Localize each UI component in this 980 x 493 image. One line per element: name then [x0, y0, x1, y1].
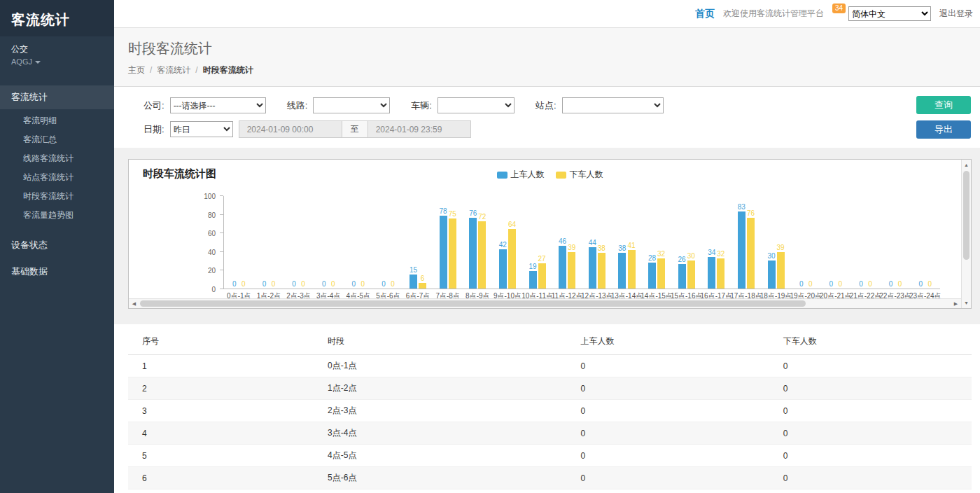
bar-column: 30	[767, 252, 775, 289]
bar-pair: 3039	[767, 244, 784, 289]
breadcrumb-item[interactable]: 主页	[128, 65, 145, 75]
bar-value-label: 0	[331, 280, 335, 288]
legend-item[interactable]: 上车人数	[497, 169, 545, 181]
table-row[interactable]: 10点-1点00	[128, 355, 972, 377]
bar-value-label: 0	[830, 280, 834, 288]
legend-swatch	[497, 172, 507, 179]
table-row[interactable]: 43点-4点00	[128, 422, 972, 445]
sidebar-section[interactable]: 客流统计	[0, 85, 114, 109]
vertical-scrollbar[interactable]: ▲ ▼	[961, 160, 971, 308]
station-select[interactable]	[562, 97, 664, 113]
bar-value-label: 30	[687, 252, 695, 260]
date-to-input[interactable]	[368, 121, 470, 137]
bar-group: 78757点-8点	[433, 196, 463, 289]
bar-column: 78	[440, 207, 447, 289]
table-cell: 0	[567, 400, 769, 422]
bar-group: 343216点-17点	[701, 196, 732, 289]
date-preset-select[interactable]: 昨日	[170, 121, 233, 137]
bar	[529, 271, 537, 289]
company-label: 公司:	[144, 99, 164, 112]
bar	[440, 216, 447, 289]
bar-pair: 00	[290, 280, 307, 289]
bar-column: 32	[657, 250, 665, 289]
scroll-left-icon[interactable]: ◀	[130, 299, 139, 308]
table-row[interactable]: 21点-2点00	[128, 377, 972, 400]
bar	[738, 211, 746, 289]
breadcrumb-item[interactable]: 客流统计	[157, 65, 190, 75]
bar-column: 76	[469, 209, 477, 289]
bar-value-label: 0	[391, 280, 395, 288]
bar-value-label: 76	[469, 209, 477, 217]
table-row[interactable]: 76点-7点156	[128, 489, 972, 493]
bar-group: 0023点-24点	[910, 196, 940, 289]
date-from-input[interactable]	[239, 121, 342, 137]
table-cell: 0	[567, 467, 769, 489]
org-selector[interactable]: AQGJ	[11, 57, 103, 66]
scroll-up-icon[interactable]: ▲	[962, 160, 971, 169]
logout-link[interactable]: 退出登录	[939, 8, 973, 20]
legend-label: 上车人数	[511, 169, 545, 181]
legend-item[interactable]: 下车人数	[556, 169, 603, 181]
bar-value-label: 42	[499, 241, 507, 249]
bar-value-label: 39	[568, 244, 575, 251]
sidebar-item[interactable]: 站点客流统计	[0, 168, 114, 187]
company-select[interactable]: ---请选择---	[170, 97, 266, 113]
line-select[interactable]	[313, 97, 390, 113]
bar	[678, 264, 686, 289]
sidebar-section[interactable]: 设备状态	[0, 233, 114, 257]
sidebar-section[interactable]: 基础数据	[0, 260, 114, 284]
horizontal-scroll-thumb[interactable]	[140, 300, 806, 307]
bar-pair: 2832	[648, 250, 665, 289]
scroll-down-icon[interactable]: ▼	[962, 298, 971, 307]
bar-pair: 00	[230, 280, 247, 289]
sidebar-menu: 客流统计客流明细客流汇总线路客流统计站点客流统计时段客流统计客流量趋势图设备状态…	[0, 85, 114, 284]
bar-column: 0	[379, 280, 387, 289]
bar-value-label: 83	[738, 203, 746, 211]
bar	[589, 247, 596, 289]
bar	[410, 275, 417, 289]
sidebar-item[interactable]: 线路客流统计	[0, 149, 114, 168]
bar-column: 44	[589, 239, 596, 289]
vehicle-select[interactable]	[438, 97, 514, 113]
bar-column: 0	[896, 280, 904, 289]
bar-pair: 4639	[559, 237, 575, 289]
home-link[interactable]: 首页	[695, 8, 715, 20]
bar-group: 004点-5点	[344, 196, 374, 289]
data-table: 序号时段上车人数下车人数 10点-1点0021点-2点0032点-3点0043点…	[128, 328, 972, 493]
bar-column: 38	[618, 244, 626, 289]
table-row[interactable]: 65点-6点00	[128, 467, 972, 489]
sidebar-item[interactable]: 客流汇总	[0, 130, 114, 149]
bar	[657, 258, 665, 289]
bar-value-label: 38	[618, 244, 626, 252]
bar-pair: 00	[917, 280, 934, 289]
scroll-right-icon[interactable]: ▶	[951, 299, 960, 308]
sidebar-item[interactable]: 时段客流统计	[0, 187, 114, 206]
y-axis-tick-mark	[220, 289, 223, 289]
filter-row-selects: 公司: ---请选择--- 线路: 车辆: 站点:	[144, 97, 868, 113]
bar-column: 0	[806, 280, 814, 289]
export-button[interactable]: 导出	[916, 120, 971, 139]
date-label: 日期:	[144, 123, 164, 136]
bar-column: 72	[478, 213, 486, 289]
bar-value-label: 39	[777, 244, 785, 251]
data-table-section: 序号时段上车人数下车人数 10点-1点0021点-2点0032点-3点0043点…	[114, 324, 980, 493]
bar-value-label: 27	[538, 255, 546, 263]
bar	[538, 263, 546, 289]
horizontal-scrollbar[interactable]: ◀ ▶	[129, 298, 961, 308]
query-button[interactable]: 查询	[916, 96, 971, 114]
filter-panel: 公司: ---请选择--- 线路: 车辆: 站点: 日期:	[114, 87, 980, 148]
vertical-scroll-thumb[interactable]	[963, 171, 969, 260]
bar-value-label: 0	[322, 280, 326, 288]
bar-column: 0	[270, 280, 277, 289]
bar-value-label: 72	[478, 213, 486, 221]
bar-value-label: 0	[859, 280, 863, 288]
legend-label: 下车人数	[570, 169, 603, 181]
y-axis-tick: 100	[204, 193, 216, 200]
bar-value-label: 64	[508, 221, 516, 228]
notification-badge[interactable]: 34	[832, 4, 846, 13]
sidebar-item[interactable]: 客流量趋势图	[0, 206, 114, 225]
language-select[interactable]: 简体中文	[848, 6, 931, 21]
table-row[interactable]: 54点-5点00	[128, 445, 972, 467]
table-row[interactable]: 32点-3点00	[128, 400, 972, 422]
sidebar-item[interactable]: 客流明细	[0, 111, 114, 130]
